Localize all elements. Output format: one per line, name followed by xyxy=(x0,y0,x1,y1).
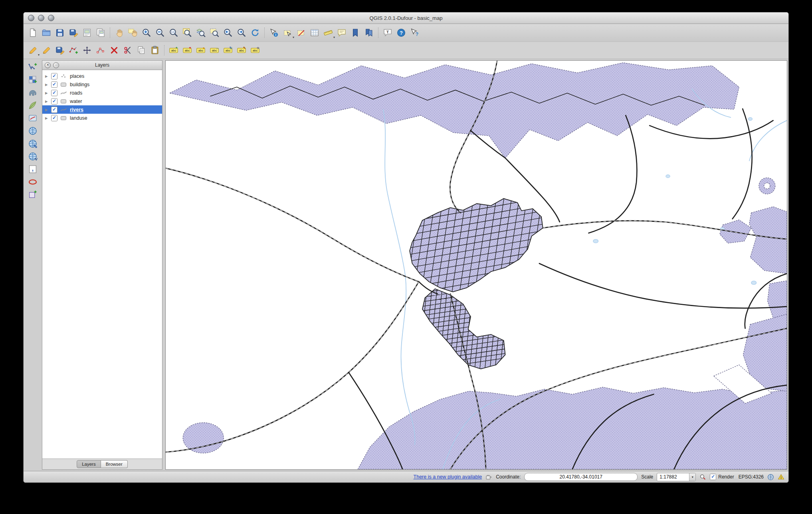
scale-label: Scale xyxy=(641,474,653,480)
add-wfs-layer-button[interactable]: V xyxy=(26,150,40,162)
layer-visibility-checkbox[interactable]: ✓ xyxy=(51,73,57,79)
add-wms-layer-button[interactable] xyxy=(26,125,40,137)
new-bookmark-button[interactable] xyxy=(349,26,362,39)
layer-visibility-checkbox[interactable]: ✓ xyxy=(51,81,57,88)
dropdown-arrow-icon[interactable]: ▾ xyxy=(38,53,40,57)
coordinate-input[interactable]: 20.41780,-34.01017 xyxy=(524,473,638,481)
layer-item-rivers[interactable]: ▶✓rivers xyxy=(42,105,162,114)
cut-features-button[interactable] xyxy=(121,44,134,57)
new-plugin-link[interactable]: There is a new plugin available xyxy=(414,474,482,480)
labeling-button[interactable]: abc+ xyxy=(167,44,180,57)
identify-features-button[interactable]: i xyxy=(267,26,280,39)
label-highlight-button[interactable]: abc● xyxy=(194,44,207,57)
dropdown-arrow-icon[interactable]: ▾ xyxy=(293,36,294,39)
chevron-down-icon[interactable]: ▾ xyxy=(689,473,695,481)
disk-as-icon xyxy=(69,28,78,38)
save-project-as-button[interactable] xyxy=(67,26,80,39)
map-canvas[interactable] xyxy=(165,60,787,470)
new-print-composer-button[interactable] xyxy=(81,26,93,39)
pan-to-selection-button[interactable] xyxy=(127,26,139,39)
layer-item-landuse[interactable]: ▶✓landuse xyxy=(42,114,162,122)
layer-item-roads[interactable]: ▶✓roads xyxy=(42,89,162,97)
spatialite-icon xyxy=(28,101,38,110)
open-project-button[interactable] xyxy=(40,26,53,39)
map-tips-button[interactable] xyxy=(335,26,348,39)
zoom-native-resolution-button[interactable]: 1:1 xyxy=(167,26,180,39)
new-shapefile-layer-button[interactable] xyxy=(26,189,40,201)
add-delimited-text-layer-button[interactable]: , xyxy=(26,163,40,175)
layer-visibility-checkbox[interactable]: ✓ xyxy=(51,115,57,121)
composer-manager-button[interactable] xyxy=(94,26,107,39)
expand-arrow-icon[interactable]: ▶ xyxy=(45,91,49,95)
help-contents-button[interactable]: ? xyxy=(395,26,408,39)
label-rotate-button[interactable]: abc↻ xyxy=(222,44,234,57)
layer-visibility-checkbox[interactable]: ✓ xyxy=(51,98,57,105)
render-checkbox[interactable]: ✓ xyxy=(710,474,716,480)
current-edits-button[interactable]: ▾ xyxy=(26,44,39,57)
layer-item-buildings[interactable]: ▶✓buildings xyxy=(42,80,162,89)
refresh-map-button[interactable] xyxy=(249,26,261,39)
help-icon: ? xyxy=(396,28,406,38)
zoom-out-button[interactable] xyxy=(154,26,166,39)
label-properties-button[interactable]: abc★ xyxy=(249,44,261,57)
delete-selected-button[interactable] xyxy=(108,44,121,57)
layer-item-places[interactable]: ▶✓places xyxy=(42,72,162,80)
label-edit-button[interactable]: abc✎ xyxy=(235,44,248,57)
zoom-last-button[interactable] xyxy=(222,26,234,39)
deselect-features-button[interactable] xyxy=(295,26,307,39)
layer-item-water[interactable]: ▶✓water xyxy=(42,97,162,105)
node-tool-button[interactable] xyxy=(94,44,107,57)
zoom-next-button[interactable] xyxy=(235,26,248,39)
layer-visibility-checkbox[interactable]: ✓ xyxy=(51,107,57,113)
zoom-full-extent-button[interactable] xyxy=(181,26,194,39)
pan-map-button[interactable] xyxy=(113,26,126,39)
label-move-button[interactable]: abc↔ xyxy=(208,44,221,57)
title-bar[interactable]: QGIS 2.0.1-Dufour - basic_map xyxy=(24,12,788,24)
dropdown-arrow-icon[interactable]: ▾ xyxy=(333,36,335,39)
zoom-to-layer-button[interactable] xyxy=(194,26,207,39)
add-postgis-layer-button[interactable] xyxy=(26,87,40,99)
copy-features-button[interactable] xyxy=(135,44,148,57)
svg-text:,: , xyxy=(32,165,34,172)
panel-tab-browser[interactable]: Browser xyxy=(101,460,128,468)
expand-arrow-icon[interactable]: ▶ xyxy=(45,74,49,78)
log-messages-icon[interactable]: ! xyxy=(778,474,784,480)
panel-tab-layers[interactable]: Layers xyxy=(77,460,101,468)
scale-magnifier-icon[interactable] xyxy=(699,474,706,480)
show-bookmarks-button[interactable] xyxy=(362,26,375,39)
plugin-icon[interactable] xyxy=(485,474,492,480)
measure-line-button[interactable]: ▾ xyxy=(322,26,335,39)
move-feature-button[interactable] xyxy=(81,44,93,57)
vector-icon xyxy=(28,62,38,72)
svg-text:▼: ▼ xyxy=(188,46,192,50)
zoom-in-button[interactable] xyxy=(140,26,153,39)
layer-visibility-checkbox[interactable]: ✓ xyxy=(51,90,57,96)
add-vector-layer-button[interactable] xyxy=(26,61,40,73)
expand-arrow-icon[interactable]: ▶ xyxy=(45,108,49,112)
add-mssql-layer-button[interactable] xyxy=(26,112,40,124)
add-wcs-layer-button[interactable] xyxy=(26,138,40,150)
save-project-button[interactable] xyxy=(53,26,66,39)
expand-arrow-icon[interactable]: ▶ xyxy=(45,99,49,103)
zoom-layer-icon xyxy=(196,28,206,38)
add-raster-layer-button[interactable] xyxy=(26,74,40,86)
zoom-to-selection-button[interactable] xyxy=(208,26,221,39)
expand-arrow-icon[interactable]: ▶ xyxy=(45,83,49,87)
toggle-editing-button[interactable] xyxy=(40,44,53,57)
add-oracle-layer-button[interactable] xyxy=(26,176,40,188)
delimited-icon: , xyxy=(28,164,38,174)
select-features-button[interactable]: ▾ xyxy=(281,26,294,39)
add-spatialite-layer-button[interactable] xyxy=(26,99,40,111)
crs-status-icon[interactable] xyxy=(767,474,774,480)
toolbar-separator xyxy=(110,28,110,38)
save-layer-edits-button[interactable] xyxy=(53,44,66,57)
scale-combobox[interactable]: 1:17882 ▾ xyxy=(657,473,696,481)
text-annotation-button[interactable]: T xyxy=(381,26,394,39)
whats-this-button[interactable]: ? xyxy=(408,26,421,39)
open-attribute-table-button[interactable] xyxy=(308,26,321,39)
expand-arrow-icon[interactable]: ▶ xyxy=(45,116,49,120)
new-project-button[interactable] xyxy=(26,26,39,39)
label-pin-button[interactable]: abc▼ xyxy=(181,44,194,57)
add-feature-button[interactable] xyxy=(67,44,80,57)
paste-features-button[interactable] xyxy=(149,44,161,57)
